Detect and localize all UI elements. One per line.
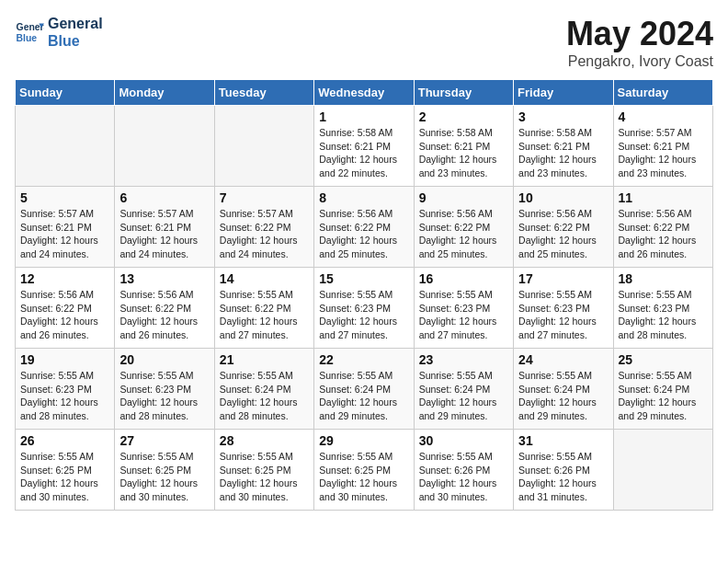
weekday-header: Wednesday bbox=[314, 80, 414, 106]
calendar-cell: 23Sunrise: 5:55 AM Sunset: 6:24 PM Dayli… bbox=[414, 349, 513, 430]
day-info: Sunrise: 5:57 AM Sunset: 6:21 PM Dayligh… bbox=[20, 207, 109, 261]
calendar-cell: 1Sunrise: 5:58 AM Sunset: 6:21 PM Daylig… bbox=[314, 106, 414, 187]
calendar-cell: 24Sunrise: 5:55 AM Sunset: 6:24 PM Dayli… bbox=[514, 349, 613, 430]
svg-text:Blue: Blue bbox=[17, 33, 38, 43]
day-number: 29 bbox=[319, 433, 408, 448]
calendar-cell: 17Sunrise: 5:55 AM Sunset: 6:23 PM Dayli… bbox=[514, 268, 613, 349]
calendar-cell: 8Sunrise: 5:56 AM Sunset: 6:22 PM Daylig… bbox=[314, 187, 414, 268]
day-info: Sunrise: 5:55 AM Sunset: 6:25 PM Dayligh… bbox=[20, 450, 109, 504]
calendar-cell: 19Sunrise: 5:55 AM Sunset: 6:23 PM Dayli… bbox=[16, 349, 115, 430]
day-number: 26 bbox=[20, 433, 109, 448]
day-number: 1 bbox=[319, 109, 408, 124]
day-number: 5 bbox=[20, 190, 109, 205]
weekday-header: Thursday bbox=[414, 80, 513, 106]
title-block: May 2024 Pengakro, Ivory Coast bbox=[566, 15, 713, 70]
day-number: 8 bbox=[319, 190, 408, 205]
day-number: 10 bbox=[518, 190, 608, 205]
day-number: 7 bbox=[220, 190, 309, 205]
day-number: 2 bbox=[419, 109, 508, 124]
day-number: 4 bbox=[619, 109, 708, 124]
day-info: Sunrise: 5:57 AM Sunset: 6:21 PM Dayligh… bbox=[619, 126, 708, 180]
day-number: 20 bbox=[119, 352, 209, 367]
day-info: Sunrise: 5:55 AM Sunset: 6:26 PM Dayligh… bbox=[419, 450, 508, 504]
day-number: 28 bbox=[220, 433, 309, 448]
day-number: 21 bbox=[220, 352, 309, 367]
calendar-cell: 7Sunrise: 5:57 AM Sunset: 6:22 PM Daylig… bbox=[214, 187, 313, 268]
day-number: 17 bbox=[518, 271, 608, 286]
day-number: 15 bbox=[319, 271, 408, 286]
calendar-cell: 22Sunrise: 5:55 AM Sunset: 6:24 PM Dayli… bbox=[314, 349, 414, 430]
calendar-cell: 12Sunrise: 5:56 AM Sunset: 6:22 PM Dayli… bbox=[16, 268, 115, 349]
day-number: 27 bbox=[119, 433, 209, 448]
calendar-cell: 18Sunrise: 5:55 AM Sunset: 6:23 PM Dayli… bbox=[613, 268, 712, 349]
day-info: Sunrise: 5:55 AM Sunset: 6:22 PM Dayligh… bbox=[220, 288, 309, 342]
calendar-cell bbox=[613, 430, 712, 511]
calendar-cell: 6Sunrise: 5:57 AM Sunset: 6:21 PM Daylig… bbox=[115, 187, 214, 268]
calendar-cell: 21Sunrise: 5:55 AM Sunset: 6:24 PM Dayli… bbox=[214, 349, 313, 430]
day-info: Sunrise: 5:55 AM Sunset: 6:23 PM Dayligh… bbox=[20, 369, 109, 423]
calendar-cell: 26Sunrise: 5:55 AM Sunset: 6:25 PM Dayli… bbox=[16, 430, 115, 511]
calendar-cell bbox=[214, 106, 313, 187]
day-info: Sunrise: 5:55 AM Sunset: 6:25 PM Dayligh… bbox=[119, 450, 209, 504]
calendar-cell bbox=[115, 106, 214, 187]
calendar-table: SundayMondayTuesdayWednesdayThursdayFrid… bbox=[15, 79, 713, 511]
day-number: 14 bbox=[220, 271, 309, 286]
day-info: Sunrise: 5:57 AM Sunset: 6:22 PM Dayligh… bbox=[220, 207, 309, 261]
day-number: 23 bbox=[419, 352, 508, 367]
day-info: Sunrise: 5:55 AM Sunset: 6:25 PM Dayligh… bbox=[220, 450, 309, 504]
calendar-cell: 3Sunrise: 5:58 AM Sunset: 6:21 PM Daylig… bbox=[514, 106, 613, 187]
calendar-cell: 13Sunrise: 5:56 AM Sunset: 6:22 PM Dayli… bbox=[115, 268, 214, 349]
day-number: 12 bbox=[20, 271, 109, 286]
logo-icon: General Blue bbox=[15, 17, 44, 47]
day-info: Sunrise: 5:55 AM Sunset: 6:26 PM Dayligh… bbox=[518, 450, 608, 504]
day-info: Sunrise: 5:56 AM Sunset: 6:22 PM Dayligh… bbox=[619, 207, 708, 261]
day-info: Sunrise: 5:55 AM Sunset: 6:23 PM Dayligh… bbox=[518, 288, 608, 342]
calendar-cell: 28Sunrise: 5:55 AM Sunset: 6:25 PM Dayli… bbox=[214, 430, 313, 511]
day-number: 22 bbox=[319, 352, 408, 367]
day-info: Sunrise: 5:55 AM Sunset: 6:24 PM Dayligh… bbox=[619, 369, 708, 423]
weekday-header: Friday bbox=[514, 80, 613, 106]
day-info: Sunrise: 5:55 AM Sunset: 6:24 PM Dayligh… bbox=[319, 369, 408, 423]
weekday-header: Saturday bbox=[613, 80, 712, 106]
day-number: 25 bbox=[619, 352, 708, 367]
day-number: 3 bbox=[518, 109, 608, 124]
day-info: Sunrise: 5:56 AM Sunset: 6:22 PM Dayligh… bbox=[20, 288, 109, 342]
day-number: 30 bbox=[419, 433, 508, 448]
calendar-cell: 30Sunrise: 5:55 AM Sunset: 6:26 PM Dayli… bbox=[414, 430, 513, 511]
day-number: 19 bbox=[20, 352, 109, 367]
day-info: Sunrise: 5:55 AM Sunset: 6:23 PM Dayligh… bbox=[419, 288, 508, 342]
weekday-header: Monday bbox=[115, 80, 214, 106]
day-info: Sunrise: 5:55 AM Sunset: 6:25 PM Dayligh… bbox=[319, 450, 408, 504]
day-info: Sunrise: 5:56 AM Sunset: 6:22 PM Dayligh… bbox=[518, 207, 608, 261]
day-info: Sunrise: 5:57 AM Sunset: 6:21 PM Dayligh… bbox=[119, 207, 209, 261]
day-number: 11 bbox=[619, 190, 708, 205]
calendar-cell: 15Sunrise: 5:55 AM Sunset: 6:23 PM Dayli… bbox=[314, 268, 414, 349]
month-title: May 2024 bbox=[566, 15, 713, 53]
day-info: Sunrise: 5:55 AM Sunset: 6:24 PM Dayligh… bbox=[419, 369, 508, 423]
day-info: Sunrise: 5:55 AM Sunset: 6:23 PM Dayligh… bbox=[119, 369, 209, 423]
day-number: 16 bbox=[419, 271, 508, 286]
calendar-cell: 2Sunrise: 5:58 AM Sunset: 6:21 PM Daylig… bbox=[414, 106, 513, 187]
weekday-header: Tuesday bbox=[214, 80, 313, 106]
calendar-cell: 27Sunrise: 5:55 AM Sunset: 6:25 PM Dayli… bbox=[115, 430, 214, 511]
calendar-cell: 31Sunrise: 5:55 AM Sunset: 6:26 PM Dayli… bbox=[514, 430, 613, 511]
calendar-cell: 20Sunrise: 5:55 AM Sunset: 6:23 PM Dayli… bbox=[115, 349, 214, 430]
calendar-cell: 9Sunrise: 5:56 AM Sunset: 6:22 PM Daylig… bbox=[414, 187, 513, 268]
day-info: Sunrise: 5:58 AM Sunset: 6:21 PM Dayligh… bbox=[419, 126, 508, 180]
day-number: 6 bbox=[119, 190, 209, 205]
day-info: Sunrise: 5:58 AM Sunset: 6:21 PM Dayligh… bbox=[319, 126, 408, 180]
calendar-cell bbox=[16, 106, 115, 187]
page-header: General Blue General Blue May 2024 Penga… bbox=[15, 15, 713, 70]
logo-text-blue: Blue bbox=[48, 32, 103, 50]
calendar-cell: 4Sunrise: 5:57 AM Sunset: 6:21 PM Daylig… bbox=[613, 106, 712, 187]
logo: General Blue General Blue bbox=[15, 15, 103, 50]
day-info: Sunrise: 5:55 AM Sunset: 6:23 PM Dayligh… bbox=[619, 288, 708, 342]
calendar-cell: 5Sunrise: 5:57 AM Sunset: 6:21 PM Daylig… bbox=[16, 187, 115, 268]
calendar-cell: 16Sunrise: 5:55 AM Sunset: 6:23 PM Dayli… bbox=[414, 268, 513, 349]
day-info: Sunrise: 5:56 AM Sunset: 6:22 PM Dayligh… bbox=[119, 288, 209, 342]
day-number: 9 bbox=[419, 190, 508, 205]
calendar-cell: 14Sunrise: 5:55 AM Sunset: 6:22 PM Dayli… bbox=[214, 268, 313, 349]
day-info: Sunrise: 5:58 AM Sunset: 6:21 PM Dayligh… bbox=[518, 126, 608, 180]
weekday-header: Sunday bbox=[16, 80, 115, 106]
calendar-cell: 11Sunrise: 5:56 AM Sunset: 6:22 PM Dayli… bbox=[613, 187, 712, 268]
